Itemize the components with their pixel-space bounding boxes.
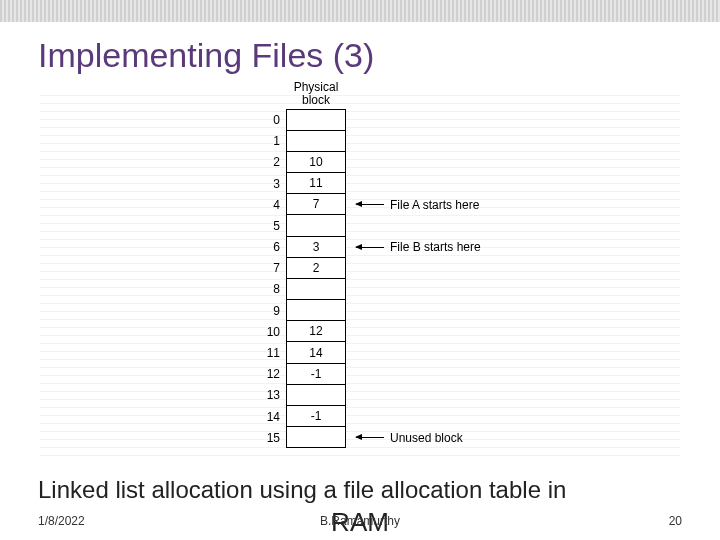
table-row: 5	[140, 215, 580, 236]
row-index: 1	[260, 134, 280, 148]
slide: Implementing Files (3) Physical block 01…	[0, 0, 720, 540]
row-index: 0	[260, 113, 280, 127]
table-row: 311	[140, 173, 580, 194]
row-index: 2	[260, 155, 280, 169]
row-index: 6	[260, 240, 280, 254]
row-index: 7	[260, 261, 280, 275]
row-index: 13	[260, 388, 280, 402]
table-row: 47File A starts here	[140, 194, 580, 215]
fat-diagram: Physical block 0121031147File A starts h…	[140, 81, 580, 448]
footer-date: 1/8/2022	[38, 514, 85, 528]
table-row: 8	[140, 279, 580, 300]
table-row: 9	[140, 300, 580, 321]
annotation: File A starts here	[356, 198, 479, 212]
arrow-left-icon	[356, 437, 384, 438]
caption: Linked list allocation using a file allo…	[38, 476, 682, 504]
fat-cell: 14	[286, 342, 346, 363]
table-row: 1012	[140, 321, 580, 342]
table-row: 63File B starts here	[140, 237, 580, 258]
footer: 1/8/2022 B.Ramamurthy 20	[38, 514, 682, 528]
table-row: 13	[140, 385, 580, 406]
decorative-topbar	[0, 0, 720, 22]
row-index: 12	[260, 367, 280, 381]
annotation-label: File A starts here	[390, 198, 479, 212]
fat-cell	[286, 427, 346, 448]
fat-cell: 2	[286, 258, 346, 279]
fat-cell	[286, 109, 346, 130]
row-index: 4	[260, 198, 280, 212]
fat-cell: 11	[286, 173, 346, 194]
table-row: 210	[140, 152, 580, 173]
annotation: Unused block	[356, 431, 463, 445]
slide-title: Implementing Files (3)	[38, 36, 682, 75]
table-row: 1114	[140, 342, 580, 363]
row-index: 8	[260, 282, 280, 296]
table-row: 14-1	[140, 406, 580, 427]
fat-cell	[286, 300, 346, 321]
fat-cell: 12	[286, 321, 346, 342]
fat-cell	[286, 215, 346, 236]
fat-cell: -1	[286, 364, 346, 385]
row-index: 5	[260, 219, 280, 233]
fat-cell	[286, 131, 346, 152]
table-row: 15Unused block	[140, 427, 580, 448]
row-index: 3	[260, 177, 280, 191]
table-row: 1	[140, 131, 580, 152]
arrow-left-icon	[356, 204, 384, 205]
footer-page: 20	[669, 514, 682, 528]
fat-cell: -1	[286, 406, 346, 427]
table-row: 72	[140, 258, 580, 279]
fat-cell: 3	[286, 237, 346, 258]
row-index: 14	[260, 410, 280, 424]
fat-cell	[286, 279, 346, 300]
fat-cell	[286, 385, 346, 406]
table-row: 0	[140, 109, 580, 130]
fat-cell: 10	[286, 152, 346, 173]
row-index: 10	[260, 325, 280, 339]
fat-cell: 7	[286, 194, 346, 215]
row-index: 15	[260, 431, 280, 445]
annotation-label: File B starts here	[390, 240, 481, 254]
row-index: 9	[260, 304, 280, 318]
arrow-left-icon	[356, 247, 384, 248]
annotation: File B starts here	[356, 240, 481, 254]
row-index: 11	[260, 346, 280, 360]
table-row: 12-1	[140, 364, 580, 385]
annotation-label: Unused block	[390, 431, 463, 445]
column-header: Physical block	[286, 81, 346, 107]
footer-author: B.Ramamurthy	[320, 514, 400, 528]
